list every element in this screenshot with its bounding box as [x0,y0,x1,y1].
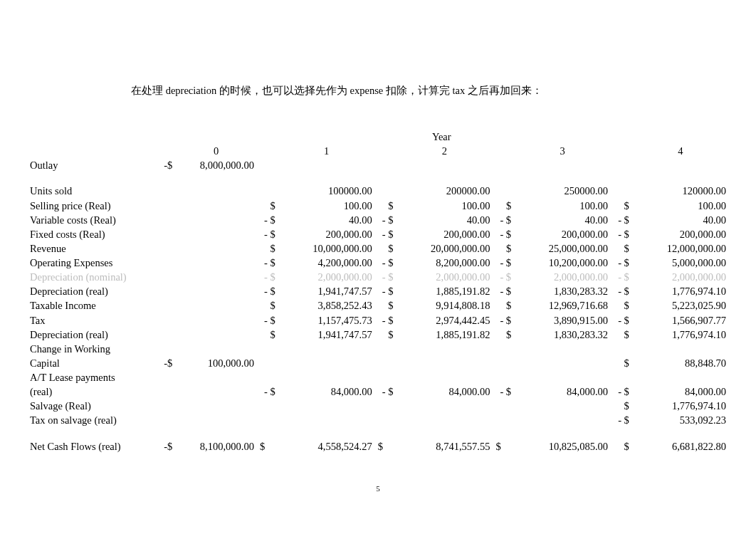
val: 200,000.00 [632,227,729,241]
sign: $ [257,199,278,213]
label: Tax on salvage (real) [27,413,154,427]
label: Net Cash Flows (real) [27,439,154,454]
val: 8,000,000.00 [175,158,257,172]
label: A/T Lease payments [27,370,154,384]
sign: - $ [493,313,514,328]
val: 200,000.00 [514,227,611,241]
label: Depreciation (nominal) [27,270,154,284]
sign: - $ [257,284,278,298]
val: 5,223,025.90 [632,298,729,313]
row-depreal1: Depreciation (real) - $1,941,747.57 - $1… [27,284,729,298]
row-lease: (real) - $84,000.00 - $84,000.00 - $84,0… [27,384,729,399]
label: Operating Expenses [27,256,154,270]
sign: - $ [375,284,397,298]
year-1: 1 [278,144,375,158]
sign: - $ [493,284,514,298]
val: 84,000.00 [632,384,729,399]
row-taxsalv: Tax on salvage (real) - $533,092.23 [27,413,729,427]
val: 2,000,000.00 [396,270,493,284]
sign: - $ [611,270,632,284]
row-taxinc: Taxable Income $3,858,252.43 $9,914,808.… [27,298,729,313]
row-wc-l1: Change in Working [27,342,729,356]
label: Revenue [27,241,154,256]
year-0: 0 [175,144,257,158]
sign: - $ [611,284,632,298]
val: 10,000,000.00 [278,241,375,256]
val: 2,000,000.00 [514,270,611,284]
sign: $ [611,439,632,454]
val: 2,000,000.00 [632,270,729,284]
val: 1,830,283.32 [514,284,611,298]
val: 1,776,974.10 [632,284,729,298]
sign: - $ [257,213,278,227]
label: Tax [27,313,154,328]
year-4: 4 [632,144,729,158]
sign: - $ [257,384,278,399]
val: 1,566,907.77 [632,313,729,328]
val: 9,914,808.18 [396,298,493,313]
val: 8,100,000.00 [175,439,257,454]
val: 100.00 [632,199,729,213]
sign: $ [611,298,632,313]
sign: - $ [611,413,632,427]
sign: $ [375,439,397,454]
val: 1,776,974.10 [632,399,729,413]
sign: - $ [375,313,397,328]
row-wc: Capital -$100,000.00 $88,848.70 [27,356,729,370]
sign: $ [611,199,632,213]
row-revenue: Revenue $10,000,000.00 $20,000,000.00 $2… [27,241,729,256]
val: 25,000,000.00 [514,241,611,256]
label: (real) [27,384,154,399]
val: 1,885,191.82 [396,284,493,298]
val: 1,776,974.10 [632,328,729,342]
val: 200,000.00 [278,227,375,241]
val: 12,969,716.68 [514,298,611,313]
val: 2,000,000.00 [278,270,375,284]
val: 88,848.70 [632,356,729,370]
val: 6,681,822.80 [632,439,729,454]
sign: $ [611,241,632,256]
row-units: Units sold 100000.00 200000.00 250000.00… [27,184,729,198]
sign: $ [257,298,278,313]
val: 4,558,524.27 [278,439,375,454]
sign: $ [257,241,278,256]
val: 200000.00 [396,184,493,198]
sign: - $ [493,270,514,284]
val: 1,157,475.73 [278,313,375,328]
val: 40.00 [632,213,729,227]
sign: $ [493,439,514,454]
sign: $ [611,399,632,413]
val: 100.00 [396,199,493,213]
row-tax: Tax - $1,157,475.73 - $2,974,442.45 - $3… [27,313,729,328]
year-2: 2 [396,144,493,158]
sign: - $ [375,256,397,270]
val: 10,825,085.00 [514,439,611,454]
sign: $ [257,439,278,454]
sign: - $ [611,227,632,241]
label: Depreciation (real) [27,284,154,298]
sign: - $ [611,313,632,328]
sign: - $ [493,227,514,241]
val: 40.00 [514,213,611,227]
sign: - $ [257,313,278,328]
sign: - $ [375,213,397,227]
year-3: 3 [514,144,611,158]
val: 40.00 [396,213,493,227]
sign: $ [493,298,514,313]
val: 84,000.00 [396,384,493,399]
sign: $ [257,328,278,342]
val: 200,000.00 [396,227,493,241]
row-opex: Operating Expenses - $4,200,000.00 - $8,… [27,256,729,270]
val: 8,200,000.00 [396,256,493,270]
val: 533,092.23 [632,413,729,427]
val: 100,000.00 [175,356,257,370]
val: 3,858,252.43 [278,298,375,313]
label: Units sold [27,184,154,198]
sign: - $ [493,384,514,399]
row-lease-l1: A/T Lease payments [27,370,729,384]
val: 8,741,557.55 [396,439,493,454]
sign: - $ [257,227,278,241]
row-varcost: Variable costs (Real) - $40.00 - $40.00 … [27,213,729,227]
sign: $ [611,356,632,370]
sign: - $ [375,270,397,284]
